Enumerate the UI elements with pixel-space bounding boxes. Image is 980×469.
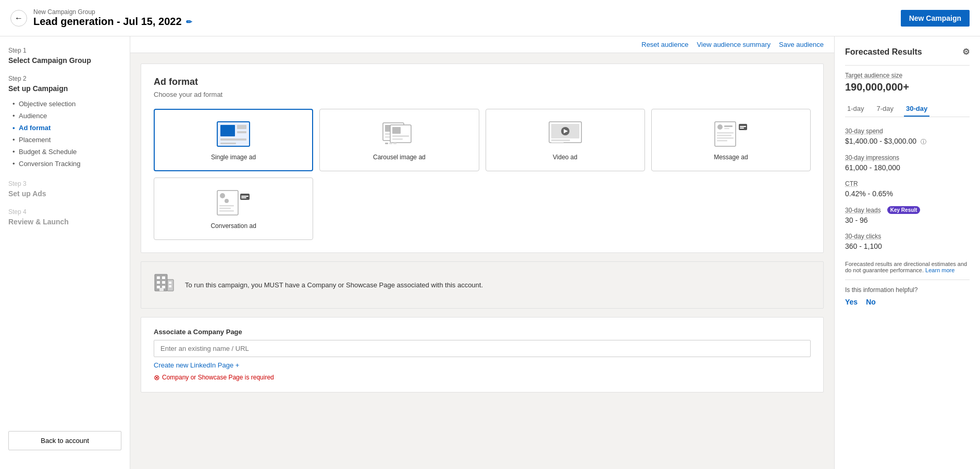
spend-value: $1,400.00 - $3,000.00 ⓘ: [845, 137, 970, 146]
divider2: [845, 280, 970, 280]
svg-rect-27: [717, 132, 734, 134]
yes-button[interactable]: Yes: [845, 298, 858, 306]
gear-icon[interactable]: ⚙: [962, 47, 970, 57]
error-circle-icon: ⊗: [154, 373, 160, 382]
carousel-icon: [381, 120, 417, 148]
back-button[interactable]: ←: [10, 10, 27, 27]
step-4-group: Step 4 Review & Launch: [8, 208, 121, 226]
svg-rect-15: [389, 143, 392, 144]
forecasted-results-title: Forecasted Results: [845, 47, 922, 57]
svg-rect-5: [237, 131, 246, 133]
step1-title: Select Campaign Group: [8, 56, 121, 65]
view-audience-summary-button[interactable]: View audience summary: [697, 41, 771, 48]
info-banner-text: To run this campaign, you MUST have a Co…: [185, 281, 483, 289]
svg-rect-3: [220, 143, 236, 144]
day-tabs: 1-day 7-day 30-day: [845, 102, 970, 117]
svg-rect-4: [237, 125, 246, 129]
back-to-account-button[interactable]: Back to account: [8, 431, 121, 450]
helpful-section: Forecasted results are directional estim…: [845, 261, 970, 306]
svg-rect-48: [162, 281, 165, 284]
step2-title: Set up Campaign: [8, 84, 121, 93]
ad-format-carousel[interactable]: Carousel image ad: [319, 109, 479, 171]
step4-label: Step 4: [8, 208, 121, 216]
svg-rect-37: [219, 205, 234, 207]
svg-rect-33: [740, 128, 744, 129]
tab-30day[interactable]: 30-day: [904, 102, 929, 117]
sidebar-item-conversion[interactable]: Conversion Tracking: [13, 158, 121, 170]
svg-rect-12: [392, 135, 409, 137]
svg-rect-28: [717, 135, 731, 136]
sidebar-item-objective[interactable]: Objective selection: [13, 98, 121, 110]
svg-rect-1: [220, 125, 235, 136]
target-audience-value: 190,000,000+: [845, 81, 970, 93]
sidebar-item-budget[interactable]: Budget & Schedule: [13, 146, 121, 158]
svg-rect-21: [551, 140, 570, 141]
svg-rect-52: [169, 285, 171, 287]
ad-format-conversation[interactable]: Conversation ad: [154, 178, 313, 240]
spend-row: 30-day spend $1,400.00 - $3,000.00 ⓘ: [845, 128, 970, 146]
company-page-input[interactable]: [154, 340, 811, 357]
carousel-label: Carousel image ad: [373, 154, 426, 161]
svg-rect-30: [717, 140, 727, 142]
sidebar-item-adformat[interactable]: Ad format: [13, 122, 121, 134]
ad-format-message[interactable]: Message ad: [651, 109, 811, 171]
single-image-label: Single image ad: [211, 154, 256, 161]
impressions-row: 30-day impressions 61,000 - 180,000: [845, 154, 970, 172]
company-page-error: ⊗ Company or Showcase Page is required: [154, 373, 811, 382]
ad-format-video[interactable]: Video ad: [486, 109, 645, 171]
ad-format-section: Ad format Choose your ad format: [141, 64, 824, 253]
step1-label: Step 1: [8, 47, 121, 54]
svg-rect-38: [219, 208, 231, 209]
tab-1day[interactable]: 1-day: [845, 102, 866, 117]
info-banner: To run this campaign, you MUST have a Co…: [141, 261, 824, 309]
edit-icon[interactable]: ✏: [186, 18, 192, 26]
ctr-value: 0.42% - 0.65%: [845, 189, 970, 198]
disclaimer-text: Forecasted results are directional estim…: [845, 261, 970, 273]
campaign-title: Lead generation - Jul 15, 2022 ✏: [33, 16, 192, 28]
divider1: [845, 65, 970, 66]
sidebar-item-audience[interactable]: Audience: [13, 110, 121, 122]
reset-audience-button[interactable]: Reset audience: [641, 41, 688, 48]
campaign-group-label: New Campaign Group: [33, 8, 192, 16]
new-campaign-button[interactable]: New Campaign: [901, 10, 970, 27]
step2-label: Step 2: [8, 75, 121, 82]
audience-size-block: Target audience size 190,000,000+: [845, 72, 970, 93]
ctr-label: CTR: [845, 180, 970, 187]
leads-value: 30 - 96: [845, 216, 970, 224]
top-header: ← New Campaign Group Lead generation - J…: [0, 0, 980, 36]
no-button[interactable]: No: [866, 298, 876, 306]
step4-title: Review & Launch: [8, 218, 121, 226]
main-content: Reset audience View audience summary Sav…: [130, 36, 834, 469]
svg-rect-22: [551, 142, 564, 144]
spend-info-icon[interactable]: ⓘ: [921, 138, 926, 145]
save-audience-button[interactable]: Save audience: [779, 41, 824, 48]
leads-row: 30-day leads Key Result 30 - 96: [845, 206, 970, 224]
svg-rect-41: [241, 196, 249, 197]
conversation-icon: [215, 188, 252, 217]
ctr-row: CTR 0.42% - 0.65%: [845, 180, 970, 198]
svg-rect-16: [393, 143, 396, 144]
campaign-title-text: Lead generation - Jul 15, 2022: [33, 16, 182, 28]
sidebar: Step 1 Select Campaign Group Step 2 Set …: [0, 36, 130, 469]
sidebar-item-placement[interactable]: Placement: [13, 134, 121, 146]
main-layout: Step 1 Select Campaign Group Step 2 Set …: [0, 36, 980, 469]
ad-format-single-image[interactable]: Single image ad: [154, 109, 313, 171]
svg-point-36: [225, 199, 229, 203]
message-icon: [713, 120, 749, 148]
svg-point-35: [220, 193, 225, 198]
learn-more-link[interactable]: Learn more: [925, 267, 954, 273]
right-panel: Forecasted Results ⚙ Target audience siz…: [834, 36, 980, 469]
step3-label: Step 3: [8, 180, 121, 187]
svg-rect-2: [220, 138, 246, 141]
svg-rect-11: [392, 127, 401, 134]
create-linkedin-page-link[interactable]: Create new LinkedIn Page +: [154, 361, 239, 369]
error-text: Company or Showcase Page is required: [162, 374, 274, 381]
step2-items: Objective selection Audience Ad format P…: [8, 98, 121, 170]
svg-rect-45: [157, 276, 160, 279]
svg-rect-46: [162, 276, 165, 279]
svg-rect-53: [159, 288, 164, 291]
header-left: ← New Campaign Group Lead generation - J…: [10, 8, 192, 28]
tab-7day[interactable]: 7-day: [875, 102, 896, 117]
top-actions-bar: Reset audience View audience summary Sav…: [130, 36, 834, 53]
svg-rect-47: [157, 281, 160, 284]
